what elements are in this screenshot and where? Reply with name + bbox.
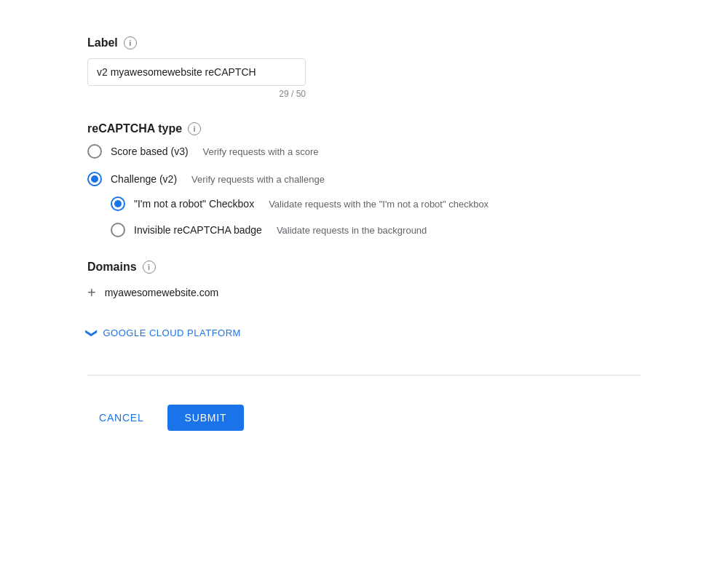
challenge-v2-label: Challenge (v2)	[111, 173, 177, 185]
invisible-badge-description: Validate requests in the background	[277, 225, 427, 236]
score-based-radio[interactable]	[87, 144, 102, 159]
label-info-icon[interactable]: i	[124, 36, 137, 49]
button-row: CANCEL SUBMIT	[87, 393, 641, 431]
gcp-toggle[interactable]: ❯ GOOGLE CLOUD PLATFORM	[87, 326, 641, 340]
gcp-section: ❯ GOOGLE CLOUD PLATFORM	[87, 326, 641, 340]
divider	[87, 375, 641, 376]
page-container: Label i 29 / 50 reCAPTCHA type i Score b…	[0, 0, 728, 572]
domains-section-header: Domains i	[87, 261, 641, 274]
sub-options-group: "I'm not a robot" Checkbox Validate requ…	[111, 196, 641, 237]
challenge-v2-radio-inner	[91, 175, 98, 183]
domains-title: Domains	[87, 261, 137, 274]
recaptcha-radio-group: Score based (v3) Verify requests with a …	[87, 144, 641, 237]
domain-add-row: + myawesomewebsite.com	[87, 282, 641, 303]
label-section-header: Label i	[87, 36, 641, 49]
invisible-badge-label: Invisible reCAPTCHA badge	[134, 224, 262, 236]
add-domain-icon[interactable]: +	[87, 285, 96, 300]
not-robot-option[interactable]: "I'm not a robot" Checkbox Validate requ…	[111, 196, 641, 211]
not-robot-description: Validate requests with the "I'm not a ro…	[269, 199, 488, 210]
domains-info-icon[interactable]: i	[143, 261, 156, 274]
score-based-label: Score based (v3)	[111, 146, 189, 157]
label-input-wrapper	[87, 58, 306, 86]
not-robot-radio[interactable]	[111, 196, 125, 211]
domains-section: Domains i + myawesomewebsite.com	[87, 261, 641, 303]
label-input[interactable]	[87, 58, 306, 86]
label-title: Label	[87, 36, 118, 49]
not-robot-label: "I'm not a robot" Checkbox	[134, 198, 254, 210]
cancel-button[interactable]: CANCEL	[87, 405, 156, 431]
gcp-chevron-icon: ❯	[85, 328, 99, 338]
label-section: Label i 29 / 50	[87, 36, 641, 99]
submit-button[interactable]: SUBMIT	[167, 405, 245, 431]
gcp-label: GOOGLE CLOUD PLATFORM	[103, 327, 241, 338]
recaptcha-info-icon[interactable]: i	[188, 122, 201, 135]
invisible-badge-option[interactable]: Invisible reCAPTCHA badge Validate reque…	[111, 223, 641, 237]
invisible-badge-radio[interactable]	[111, 223, 125, 237]
label-char-count: 29 / 50	[87, 89, 306, 99]
recaptcha-section-header: reCAPTCHA type i	[87, 122, 641, 135]
challenge-v2-radio[interactable]	[87, 172, 102, 186]
score-based-description: Verify requests with a score	[203, 146, 319, 157]
challenge-v2-description: Verify requests with a challenge	[191, 174, 325, 185]
recaptcha-type-section: reCAPTCHA type i Score based (v3) Verify…	[87, 122, 641, 237]
not-robot-radio-inner	[114, 200, 122, 207]
recaptcha-title: reCAPTCHA type	[87, 122, 182, 135]
domain-value: myawesomewebsite.com	[105, 287, 218, 298]
challenge-v2-option[interactable]: Challenge (v2) Verify requests with a ch…	[87, 172, 641, 186]
score-based-option[interactable]: Score based (v3) Verify requests with a …	[87, 144, 641, 159]
